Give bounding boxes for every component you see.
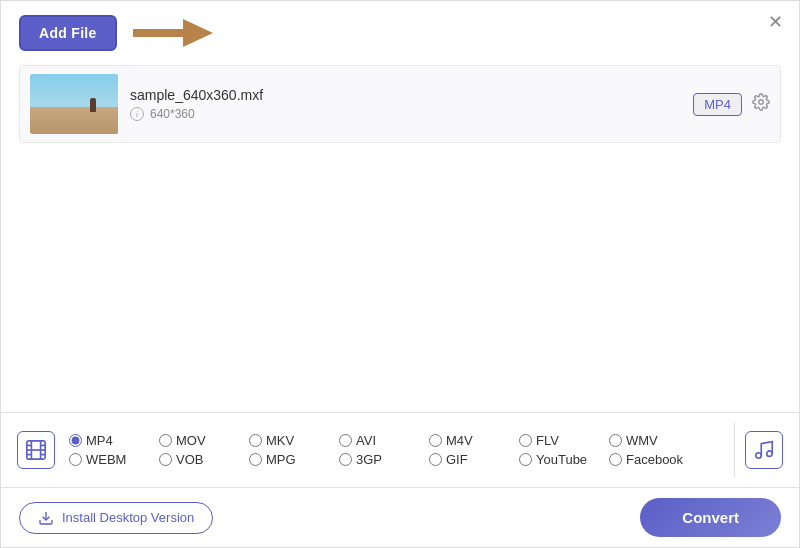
format-grid: MP4 MOV MKV AVI M4V	[69, 433, 724, 467]
file-resolution: 640*360	[150, 107, 195, 121]
file-meta: i 640*360	[130, 107, 693, 121]
radio-youtube[interactable]	[519, 453, 532, 466]
info-icon: i	[130, 107, 144, 121]
file-name: sample_640x360.mxf	[130, 87, 693, 103]
install-label: Install Desktop Version	[62, 510, 194, 525]
label-mp4: MP4	[86, 433, 113, 448]
label-mov: MOV	[176, 433, 206, 448]
label-flv: FLV	[536, 433, 559, 448]
format-bar: MP4 MOV MKV AVI M4V	[1, 412, 799, 488]
radio-vob[interactable]	[159, 453, 172, 466]
film-icon	[25, 439, 47, 461]
footer-bar: Install Desktop Version Convert	[1, 488, 799, 547]
settings-icon[interactable]	[752, 93, 770, 116]
label-3gp: 3GP	[356, 452, 382, 467]
radio-avi[interactable]	[339, 434, 352, 447]
thumbnail-figure	[90, 98, 96, 112]
label-m4v: M4V	[446, 433, 473, 448]
radio-facebook[interactable]	[609, 453, 622, 466]
close-button[interactable]: ✕	[768, 13, 783, 31]
svg-point-10	[756, 453, 762, 459]
radio-3gp[interactable]	[339, 453, 352, 466]
arrow-icon	[133, 15, 213, 51]
format-badge[interactable]: MP4	[693, 93, 742, 116]
radio-wmv[interactable]	[609, 434, 622, 447]
music-icon	[753, 439, 775, 461]
label-youtube: YouTube	[536, 452, 587, 467]
thumbnail-inner	[30, 74, 118, 134]
radio-gif[interactable]	[429, 453, 442, 466]
format-3gp[interactable]: 3GP	[339, 452, 429, 467]
format-flv[interactable]: FLV	[519, 433, 609, 448]
bottom-panel: MP4 MOV MKV AVI M4V	[1, 412, 799, 547]
format-wmv[interactable]: WMV	[609, 433, 699, 448]
file-item: sample_640x360.mxf i 640*360 MP4	[20, 66, 780, 142]
radio-flv[interactable]	[519, 434, 532, 447]
file-list: sample_640x360.mxf i 640*360 MP4	[19, 65, 781, 143]
format-mpg[interactable]: MPG	[249, 452, 339, 467]
svg-marker-0	[133, 19, 213, 47]
download-icon	[38, 510, 54, 526]
format-mp4[interactable]: MP4	[69, 433, 159, 448]
format-divider	[734, 423, 735, 477]
main-content	[1, 147, 799, 407]
format-row-2: WEBM VOB MPG 3GP GIF	[69, 452, 724, 467]
label-avi: AVI	[356, 433, 376, 448]
radio-m4v[interactable]	[429, 434, 442, 447]
format-mov[interactable]: MOV	[159, 433, 249, 448]
radio-mp4[interactable]	[69, 434, 82, 447]
format-youtube[interactable]: YouTube	[519, 452, 609, 467]
music-icon-box[interactable]	[745, 431, 783, 469]
label-wmv: WMV	[626, 433, 658, 448]
radio-webm[interactable]	[69, 453, 82, 466]
label-webm: WEBM	[86, 452, 126, 467]
radio-mpg[interactable]	[249, 453, 262, 466]
header: Add File ✕	[1, 1, 799, 61]
format-m4v[interactable]: M4V	[429, 433, 519, 448]
format-vob[interactable]: VOB	[159, 452, 249, 467]
label-mpg: MPG	[266, 452, 296, 467]
install-button[interactable]: Install Desktop Version	[19, 502, 213, 534]
format-webm[interactable]: WEBM	[69, 452, 159, 467]
label-vob: VOB	[176, 452, 203, 467]
format-mkv[interactable]: MKV	[249, 433, 339, 448]
svg-point-11	[767, 451, 773, 457]
label-facebook: Facebook	[626, 452, 683, 467]
convert-button[interactable]: Convert	[640, 498, 781, 537]
radio-mov[interactable]	[159, 434, 172, 447]
radio-mkv[interactable]	[249, 434, 262, 447]
svg-point-1	[759, 99, 764, 104]
add-file-button[interactable]: Add File	[19, 15, 117, 51]
format-avi[interactable]: AVI	[339, 433, 429, 448]
format-gif[interactable]: GIF	[429, 452, 519, 467]
file-thumbnail	[30, 74, 118, 134]
file-actions: MP4	[693, 93, 770, 116]
arrow-indicator	[133, 15, 213, 51]
format-row-1: MP4 MOV MKV AVI M4V	[69, 433, 724, 448]
film-icon-box[interactable]	[17, 431, 55, 469]
label-mkv: MKV	[266, 433, 294, 448]
label-gif: GIF	[446, 452, 468, 467]
format-facebook[interactable]: Facebook	[609, 452, 699, 467]
file-info: sample_640x360.mxf i 640*360	[130, 87, 693, 121]
